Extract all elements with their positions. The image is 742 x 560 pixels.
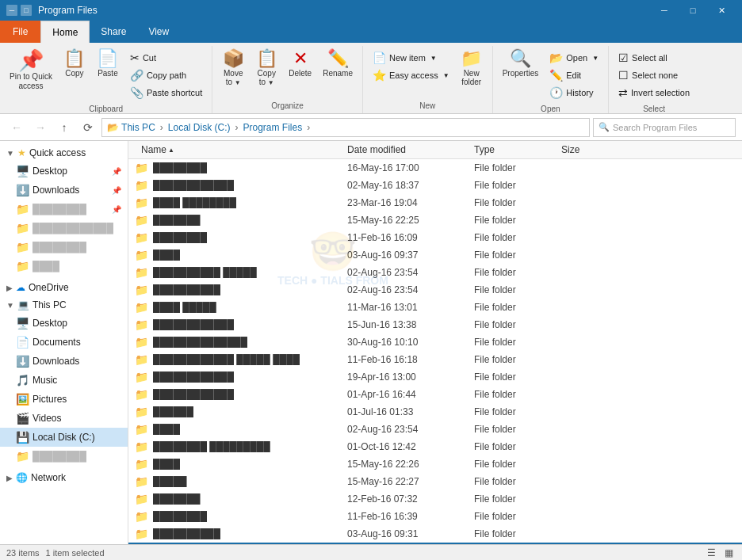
new-item-button[interactable]: 📄 New item ▼	[368, 49, 454, 67]
file-row[interactable]: 📁 ███████ 15-May-16 22:25 File folder	[128, 211, 742, 229]
file-row[interactable]: 📁 ████ 02-Aug-16 23:54 File folder	[128, 421, 742, 438]
sidebar-network-header[interactable]: ▶ 🌐 Network	[0, 469, 128, 486]
file-row[interactable]: 📁 ██████ 01-Jul-16 01:33 File folder	[128, 403, 742, 421]
paste-shortcut-button[interactable]: 📎 Paste shortcut	[125, 84, 207, 101]
onedrive-icon: ☁	[16, 282, 25, 293]
history-button[interactable]: 🕐 History	[545, 84, 603, 101]
file-row[interactable]: 📁 ████████████ 19-Apr-16 13:00 File fold…	[128, 368, 742, 386]
select-none-button[interactable]: ☐ Select none	[614, 67, 694, 84]
select-all-button[interactable]: ☑ Select all	[614, 49, 694, 67]
sidebar-thispc-header[interactable]: ▼ 💻 This PC	[0, 296, 128, 314]
copy-path-button[interactable]: 🔗 Copy path	[125, 67, 207, 84]
open-button[interactable]: 📂 Open ▼	[545, 49, 603, 67]
file-type: File folder	[468, 215, 555, 226]
list-view-button[interactable]: ☰	[704, 546, 718, 560]
sidebar-item-desktop[interactable]: 🖥️ Desktop 📌	[0, 162, 128, 181]
maximize-button[interactable]: □	[679, 0, 707, 21]
tab-view[interactable]: View	[137, 21, 180, 43]
qa-item-2-label: ████████████	[33, 223, 113, 234]
file-row[interactable]: 📁 ████████████ 15-Jun-16 13:38 File fold…	[128, 316, 742, 333]
path-pc[interactable]: 📂 This PC	[107, 122, 155, 133]
col-header-type[interactable]: Type	[468, 141, 555, 158]
sidebar-item-pc-downloads[interactable]: ⬇️ Downloads	[0, 352, 128, 371]
file-row[interactable]: 📁 ████████████ 02-May-16 18:37 File fold…	[128, 177, 742, 194]
file-row[interactable]: 📁 ██████████ 02-Aug-16 23:54 File folder	[128, 281, 742, 299]
copy-button[interactable]: 📋 Copy	[59, 48, 90, 80]
file-row[interactable]: 📁 ██████████ 03-Aug-16 09:31 File folder	[128, 525, 742, 543]
tab-home[interactable]: Home	[40, 21, 90, 43]
title-bar-controls: ─ □ ✕	[650, 0, 736, 21]
col-header-date[interactable]: Date modified	[341, 141, 468, 158]
tab-share[interactable]: Share	[90, 21, 137, 43]
file-row[interactable]: 📁 ██████████████ 30-Aug-16 10:10 File fo…	[128, 333, 742, 351]
file-date: 11-Mar-16 13:01	[341, 302, 468, 313]
sidebar-quickaccess-item-2[interactable]: 📁 ████████████	[0, 219, 128, 238]
sidebar-item-pictures[interactable]: 🖼️ Pictures	[0, 390, 128, 409]
copy-to-button[interactable]: 📋 Copyto ▼	[251, 48, 282, 89]
search-box[interactable]: 🔍 Search Program Files	[593, 118, 736, 137]
move-to-button[interactable]: 📦 Moveto ▼	[217, 48, 249, 89]
move-to-icon: 📦	[223, 50, 244, 67]
refresh-button[interactable]: ⟳	[78, 117, 98, 138]
sidebar-quickaccess-header[interactable]: ▼ ★ Quick access	[0, 144, 128, 162]
sidebar-quickaccess-item-1[interactable]: 📁 ████████ 📌	[0, 200, 128, 219]
new-folder-button[interactable]: 📁 Newfolder	[456, 48, 488, 89]
cut-button[interactable]: ✂ Cut	[125, 49, 207, 67]
sidebar-onedrive-header[interactable]: ▶ ☁ OneDrive	[0, 279, 128, 296]
sidebar-quickaccess-item-4[interactable]: 📁 ████	[0, 257, 128, 276]
delete-button[interactable]: ✕ Delete	[284, 48, 316, 80]
col-header-size[interactable]: Size	[555, 141, 618, 158]
tab-file[interactable]: File	[0, 21, 40, 43]
pc-desktop-label: Desktop	[33, 318, 67, 329]
file-row[interactable]: 📁 ████████ 16-May-16 17:00 File folder	[128, 159, 742, 177]
select-small-btns: ☑ Select all ☐ Select none ⇄ Invert sele…	[614, 49, 694, 101]
file-row[interactable]: 📁 ████████████ 01-Apr-16 16:44 File fold…	[128, 386, 742, 403]
file-row[interactable]: 📁 ████████████ █████ ████ 11-Feb-16 16:1…	[128, 351, 742, 368]
details-view-button[interactable]: ▦	[721, 546, 736, 560]
sidebar-item-pc-desktop[interactable]: 🖥️ Desktop	[0, 314, 128, 333]
path-localdisk[interactable]: Local Disk (C:)	[168, 122, 231, 133]
file-row[interactable]: 📁 ████████ 11-Feb-16 16:39 File folder	[128, 508, 742, 525]
file-row[interactable]: 📁 NVIDIA Corporation 02-Aug-16 23:54 Fil…	[128, 543, 742, 544]
file-row[interactable]: 📁 ███████ 12-Feb-16 07:32 File folder	[128, 490, 742, 508]
network-label: Network	[31, 472, 66, 483]
folder-icon: 📁	[135, 440, 148, 453]
sidebar-item-music[interactable]: 🎵 Music	[0, 371, 128, 390]
edit-button[interactable]: ✏️ Edit	[545, 67, 603, 84]
delete-label: Delete	[289, 69, 312, 78]
path-programfiles[interactable]: Program Files	[243, 122, 302, 133]
easy-access-button[interactable]: ⭐ Easy access ▼	[368, 67, 454, 84]
file-row[interactable]: 📁 ████ ████████ 23-Mar-16 19:04 File fol…	[128, 194, 742, 211]
close-button[interactable]: ✕	[707, 0, 736, 21]
file-row[interactable]: 📁 ██████████ █████ 02-Aug-16 23:54 File …	[128, 264, 742, 281]
sidebar-item-extra[interactable]: 📁 ████████	[0, 447, 128, 466]
file-name-text: ████████	[153, 162, 207, 173]
file-row[interactable]: 📁 ████████ 11-Feb-16 16:09 File folder	[128, 229, 742, 246]
file-date: 15-May-16 22:27	[341, 476, 468, 487]
paste-button[interactable]: 📄 Paste	[92, 48, 124, 80]
pin-to-quick-access-button[interactable]: 📌 Pin to Quickaccess	[5, 48, 57, 93]
file-row[interactable]: 📁 ████ 15-May-16 22:26 File folder	[128, 455, 742, 473]
file-row[interactable]: 📁 █████ 15-May-16 22:27 File folder	[128, 473, 742, 490]
delete-icon: ✕	[293, 50, 308, 67]
minimize-button[interactable]: ─	[650, 0, 679, 21]
downloads-label: Downloads	[33, 185, 79, 196]
file-row[interactable]: 📁 ████████ █████████ 01-Oct-16 12:42 Fil…	[128, 438, 742, 455]
rename-button[interactable]: ✏️ Rename	[318, 48, 358, 80]
forward-button[interactable]: →	[30, 117, 51, 138]
sidebar-quickaccess-item-3[interactable]: 📁 ████████	[0, 238, 128, 257]
invert-selection-button[interactable]: ⇄ Invert selection	[614, 84, 694, 101]
sidebar-item-documents[interactable]: 📄 Documents	[0, 333, 128, 352]
file-row[interactable]: 📁 ████ 03-Aug-16 09:37 File folder	[128, 246, 742, 264]
address-path[interactable]: 📂 This PC › Local Disk (C:) › Program Fi…	[101, 118, 590, 137]
file-row[interactable]: 📁 ████ █████ 11-Mar-16 13:01 File folder	[128, 299, 742, 316]
file-name-cell: 📁 ████████████	[135, 388, 341, 401]
sidebar-item-downloads[interactable]: ⬇️ Downloads 📌	[0, 181, 128, 200]
col-header-name[interactable]: Name ▲	[135, 141, 341, 158]
file-type: File folder	[468, 250, 555, 261]
sidebar-item-localdisk[interactable]: 💾 Local Disk (C:)	[0, 428, 128, 447]
up-button[interactable]: ↑	[54, 117, 75, 138]
back-button[interactable]: ←	[6, 117, 27, 138]
sidebar-item-videos[interactable]: 🎬 Videos	[0, 409, 128, 428]
properties-button[interactable]: 🔍 Properties	[498, 48, 544, 80]
